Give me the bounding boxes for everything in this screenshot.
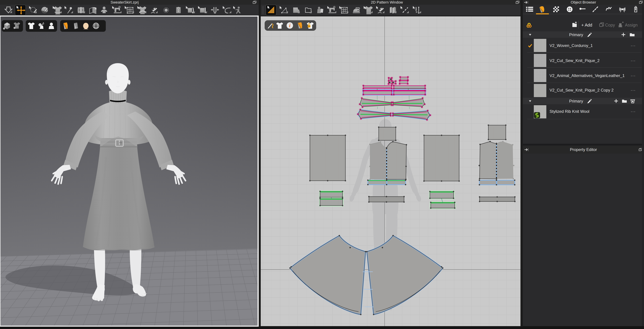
svg-text:i: i	[289, 23, 291, 28]
svg-text:Primary: Primary	[569, 99, 583, 103]
svg-text:Primary: Primary	[569, 32, 583, 37]
svg-text:Assign: Assign	[625, 23, 638, 27]
svg-text:+ Add: + Add	[581, 23, 592, 27]
svg-text:Copy: Copy	[605, 23, 615, 27]
